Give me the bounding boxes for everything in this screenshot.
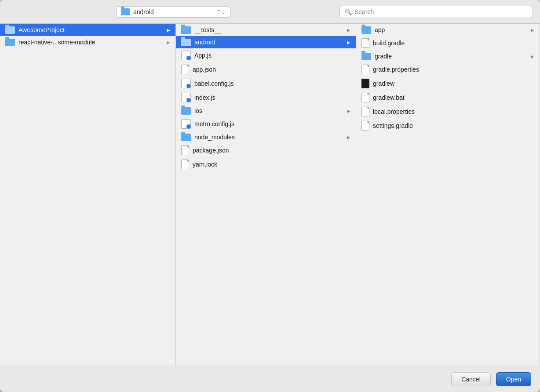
list-item[interactable]: yarn.lock xyxy=(176,157,356,171)
js-file-icon xyxy=(181,51,191,60)
file-icon xyxy=(181,160,189,169)
item-label: ios xyxy=(194,107,343,114)
search-input[interactable] xyxy=(354,8,528,15)
column-2: __tests__ ▶ android ▶ App.js app.json ba… xyxy=(176,24,356,366)
file-icon xyxy=(361,93,369,102)
list-item[interactable]: index.js xyxy=(176,91,356,105)
list-item[interactable]: gradle ▶ xyxy=(356,50,540,62)
list-item[interactable]: react-native-...some-module ▶ xyxy=(0,36,175,48)
chevron-right-icon: ▶ xyxy=(167,28,170,33)
folder-icon xyxy=(5,26,15,34)
location-selector[interactable]: android ⌃⌄ xyxy=(116,6,230,18)
list-item[interactable]: node_modules ▶ xyxy=(176,131,356,143)
list-item[interactable]: app.json xyxy=(176,62,356,76)
list-item[interactable]: __tests__ ▶ xyxy=(176,24,356,36)
folder-icon xyxy=(361,53,371,60)
bottom-bar: Cancel Open xyxy=(0,366,540,392)
folder-icon xyxy=(181,107,191,115)
list-item[interactable]: gradlew xyxy=(356,76,540,91)
chevron-right-icon: ▶ xyxy=(347,40,350,45)
item-label: index.js xyxy=(194,94,350,101)
chevron-right-icon: ▶ xyxy=(347,109,350,113)
column-3: app ▶ build.gradle gradle ▶ gradle.prope… xyxy=(356,24,540,366)
file-icon xyxy=(361,121,369,131)
folder-icon-location xyxy=(121,8,130,15)
top-bar: android ⌃⌄ 🔍 xyxy=(0,0,540,24)
folder-icon xyxy=(181,134,191,141)
item-label: gradle.properties xyxy=(373,66,534,73)
list-item[interactable]: AwesomeProject ▶ xyxy=(0,24,175,36)
item-label: gradlew xyxy=(373,80,534,87)
folder-icon xyxy=(181,26,191,34)
item-label: AwesomeProject xyxy=(18,26,163,33)
list-item[interactable]: ios ▶ xyxy=(176,105,356,117)
list-item[interactable]: app ▶ xyxy=(356,24,540,36)
item-label: package.json xyxy=(193,147,350,154)
list-item[interactable]: settings.gradle xyxy=(356,119,540,133)
file-dialog: android ⌃⌄ 🔍 AwesomeProject ▶ react-nati… xyxy=(0,0,540,392)
cancel-button[interactable]: Cancel xyxy=(451,372,491,386)
item-label: __tests__ xyxy=(194,26,343,33)
file-icon xyxy=(361,65,369,74)
list-item[interactable]: local.properties xyxy=(356,105,540,119)
search-icon: 🔍 xyxy=(344,8,352,15)
js-file-icon xyxy=(181,79,191,88)
list-item[interactable]: metro.config.js xyxy=(176,117,356,131)
item-label: metro.config.js xyxy=(194,120,350,127)
open-button[interactable]: Open xyxy=(496,372,531,386)
folder-icon xyxy=(5,39,15,46)
item-label: local.properties xyxy=(373,108,534,115)
folder-icon xyxy=(361,26,371,34)
chevron-right-icon: ▶ xyxy=(347,135,350,140)
list-item[interactable]: App.js xyxy=(176,48,356,62)
list-item[interactable]: package.json xyxy=(176,143,356,157)
file-icon xyxy=(361,107,369,116)
chevron-right-icon: ▶ xyxy=(347,28,350,33)
list-item[interactable]: gradlew.bat xyxy=(356,91,540,105)
item-label: node_modules xyxy=(194,134,343,141)
list-item[interactable]: gradle.properties xyxy=(356,62,540,76)
chevron-updown-icon: ⌃⌄ xyxy=(217,9,226,15)
list-item[interactable]: android ▶ xyxy=(176,36,356,48)
item-label: yarn.lock xyxy=(193,161,350,168)
file-icon xyxy=(181,65,189,74)
list-item[interactable]: build.gradle xyxy=(356,36,540,50)
item-label: app.json xyxy=(193,66,350,73)
file-icon xyxy=(361,38,369,48)
location-label: android xyxy=(133,8,213,15)
js-file-icon xyxy=(181,119,191,129)
item-label: build.gradle xyxy=(373,40,534,47)
chevron-right-icon: ▶ xyxy=(531,28,534,33)
item-label: babel.config.js xyxy=(194,80,350,87)
gradlew-icon xyxy=(361,79,369,88)
folder-icon xyxy=(181,39,191,46)
item-label: settings.gradle xyxy=(373,122,534,129)
list-item[interactable]: babel.config.js xyxy=(176,76,356,91)
chevron-right-icon: ▶ xyxy=(531,54,534,59)
column-1: AwesomeProject ▶ react-native-...some-mo… xyxy=(0,24,176,366)
item-label: App.js xyxy=(194,52,350,59)
item-label: gradle xyxy=(375,53,527,60)
js-file-icon xyxy=(181,93,191,102)
file-icon xyxy=(181,145,189,155)
item-label: app xyxy=(375,26,527,33)
content-area: AwesomeProject ▶ react-native-...some-mo… xyxy=(0,24,540,366)
item-label: react-native-...some-module xyxy=(18,39,163,46)
search-bar: 🔍 xyxy=(339,6,533,18)
item-label: android xyxy=(194,39,343,46)
item-label: gradlew.bat xyxy=(373,94,534,101)
chevron-right-icon: ▶ xyxy=(167,40,170,45)
